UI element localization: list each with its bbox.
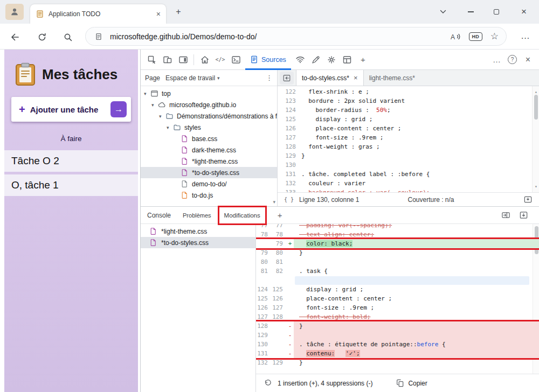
profile-button[interactable] xyxy=(5,4,24,20)
inspect-element-icon[interactable] xyxy=(144,51,160,68)
tree-item[interactable]: ▾ top xyxy=(141,88,277,99)
line-number: 130 xyxy=(278,160,301,170)
tree-item[interactable]: ▾ styles xyxy=(141,122,277,133)
editor-scrollbar[interactable]: ▴ ▾ xyxy=(532,86,539,192)
navigator-toggle-icon[interactable] xyxy=(280,72,294,85)
tree-item[interactable]: ▾ dark-theme.css xyxy=(141,144,277,156)
tab-changes[interactable]: Modifications xyxy=(224,212,260,219)
console-panel-icon[interactable] xyxy=(228,51,244,68)
diff-collapsed-region[interactable] xyxy=(256,276,539,285)
minimize-button[interactable] xyxy=(458,0,483,24)
more-tools-plus-icon[interactable]: + xyxy=(355,51,371,68)
tab-page[interactable]: Page xyxy=(145,74,160,82)
tab-actions-chevron-icon[interactable] xyxy=(434,6,452,17)
scroll-down-icon[interactable]: ▾ xyxy=(273,199,275,205)
code-line[interactable]: 124 border-radius : 50%; xyxy=(278,106,539,115)
hd-badge[interactable]: HD xyxy=(469,32,482,41)
read-aloud-icon[interactable]: A xyxy=(450,32,461,41)
copy-label: Copier xyxy=(408,380,427,387)
window-close-button[interactable]: × xyxy=(510,0,538,24)
tree-item[interactable]: ▾ Démonstrations/démonstrations à faire xyxy=(141,110,277,122)
tree-expand-arrow-icon[interactable]: ▾ xyxy=(151,102,158,108)
devtools-menu-icon[interactable]: … xyxy=(489,51,505,68)
settings-gear-icon[interactable] xyxy=(324,51,340,68)
network-panel-icon[interactable] xyxy=(293,51,308,68)
open-sidebar-icon[interactable] xyxy=(501,211,510,220)
file-type-icon xyxy=(158,101,166,109)
tab-close-icon[interactable]: × xyxy=(156,10,161,18)
diff-view[interactable]: 7777 padding: var(--spacing); 7878 text … xyxy=(256,224,539,374)
line-number: 124 xyxy=(278,106,301,115)
copy-button[interactable]: Copier xyxy=(396,379,427,387)
tree-item[interactable]: ▾ to-do.js xyxy=(141,190,277,201)
changed-file-item[interactable]: *light-theme.css xyxy=(141,226,255,237)
browser-tab[interactable]: Application TODO × xyxy=(30,4,166,24)
task-item[interactable]: O, tâche 1 xyxy=(4,174,138,196)
submit-arrow-icon[interactable]: → xyxy=(110,101,127,117)
elements-panel-icon[interactable]: </> xyxy=(212,51,228,68)
file-type-icon xyxy=(150,89,158,97)
changed-file-item[interactable]: *to-do-styles.css xyxy=(141,237,255,248)
code-line[interactable]: 127 font-size : .9rem ; xyxy=(278,133,539,142)
tree-item[interactable]: ▾ *light-theme.css xyxy=(141,156,277,167)
device-emulation-icon[interactable] xyxy=(160,51,175,68)
application-panel-icon[interactable] xyxy=(340,51,355,68)
code-line[interactable]: 132 couleur : varier xyxy=(278,179,539,188)
tree-item-label: Démonstrations/démonstrations à faire xyxy=(177,113,277,120)
editor-tab-inactive[interactable]: light-theme.css* xyxy=(364,70,420,86)
dock-bottom-icon[interactable] xyxy=(519,211,528,220)
site-info-icon[interactable] xyxy=(94,32,103,41)
code-line[interactable]: 130 xyxy=(278,160,539,170)
maximize-button[interactable] xyxy=(484,0,509,24)
tab-workspace[interactable]: Espace de travail ▾ xyxy=(165,74,220,82)
tree-item[interactable]: ▾ microsoftedge.github.io xyxy=(141,99,277,110)
navigator-more-icon[interactable]: ⋮ xyxy=(266,74,273,82)
changes-panel: *light-theme.css *to-do-styles.css xyxy=(141,224,539,392)
revert-icon[interactable] xyxy=(264,379,272,388)
code-line[interactable]: 131 . tâche. completed label : :before { xyxy=(278,170,539,179)
pretty-print-icon[interactable]: { } xyxy=(284,197,294,202)
tab-close-icon[interactable]: × xyxy=(354,74,358,81)
code-line[interactable]: 123 bordure : 2px solid varient xyxy=(278,96,539,106)
home-icon[interactable] xyxy=(197,51,212,68)
diff-row: 127128 font-weight: bold; xyxy=(256,312,539,321)
tree-expand-arrow-icon[interactable]: ▾ xyxy=(159,114,165,119)
diff-row: 125126 place-content : center ; xyxy=(256,294,539,303)
code-editor[interactable]: 122 flex-shrink : e ; 123 bordure : 2px … xyxy=(278,86,539,192)
diff-row: 124125 display : grid ; xyxy=(256,285,539,294)
tab-console[interactable]: Console xyxy=(147,212,171,219)
task-item[interactable]: Tâche O 2 xyxy=(4,150,138,172)
back-icon[interactable] xyxy=(9,31,22,44)
code-line[interactable]: 122 flex-shrink : e ; xyxy=(278,87,539,96)
dock-side-icon[interactable] xyxy=(175,51,191,68)
refresh-icon[interactable] xyxy=(36,31,49,44)
tree-item[interactable]: ▾ base.css xyxy=(141,133,277,144)
devtools-close-icon[interactable]: × xyxy=(520,51,536,68)
code-line[interactable]: 128 font-weight : gras ; xyxy=(278,142,539,151)
code-line[interactable]: 125 display : grid ; xyxy=(278,115,539,124)
tab-problems[interactable]: Problèmes xyxy=(183,212,211,219)
tree-expand-arrow-icon[interactable]: ▾ xyxy=(144,91,150,96)
todo-app-page: Mes tâches + Ajouter une tâche → À faire… xyxy=(4,50,138,392)
tab-sources[interactable]: Sources xyxy=(245,50,291,70)
import-icon[interactable] xyxy=(523,195,533,204)
browser-menu-icon[interactable]: … xyxy=(517,29,534,43)
tree-item[interactable]: ▾ demo-to-do/ xyxy=(141,178,277,190)
add-task-button[interactable]: + Ajouter une tâche → xyxy=(11,97,131,122)
search-icon[interactable] xyxy=(61,31,74,44)
editor-tab-active[interactable]: to-do-styles.css* × xyxy=(296,70,364,86)
new-tab-button[interactable]: + xyxy=(172,6,184,18)
help-icon[interactable]: ? xyxy=(505,51,520,68)
css-file-icon xyxy=(149,239,157,247)
tree-item-label: *light-theme.css xyxy=(192,158,238,165)
code-line[interactable]: 133 background-color : var(--couleur); xyxy=(278,188,539,192)
person-icon xyxy=(10,7,19,17)
favorites-star-icon[interactable]: ☆ xyxy=(490,32,499,41)
eyedropper-icon[interactable] xyxy=(308,51,324,68)
tree-item[interactable]: ▾ *to-do-styles.css xyxy=(141,167,277,178)
tree-expand-arrow-icon[interactable]: ▾ xyxy=(167,125,173,130)
url-bar[interactable]: microsoftedge.github.io/Demos/demo-to-do… xyxy=(85,27,507,46)
drawer-add-tab-icon[interactable]: + xyxy=(278,211,282,220)
code-line[interactable]: 129 } xyxy=(278,151,539,160)
code-line[interactable]: 126 place-content : center ; xyxy=(278,124,539,133)
